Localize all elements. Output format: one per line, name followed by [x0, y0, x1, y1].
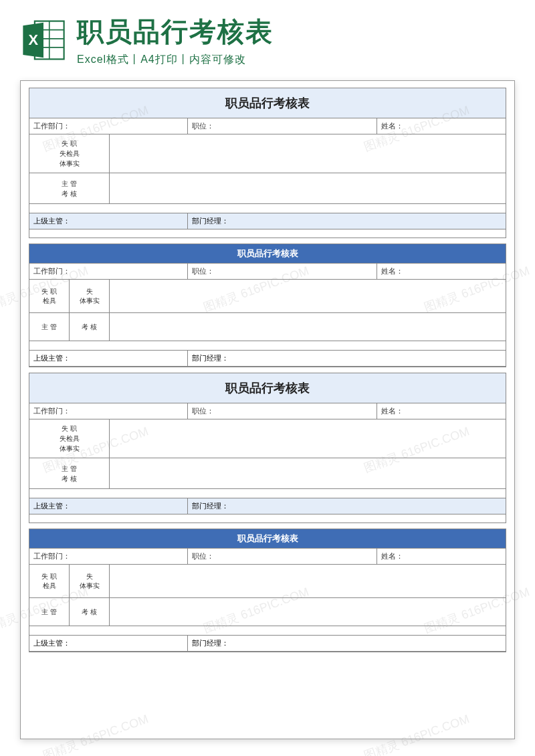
end [29, 651, 506, 652]
svg-text:X: X [28, 31, 38, 48]
info-row: 工作部门： 职位： 姓名： [29, 118, 506, 134]
txt: 体事实 [80, 296, 100, 306]
dept-mgr-label: 部门经理： [188, 213, 506, 229]
fault-label: 失 职 失检具 体事实 [29, 419, 110, 458]
mgr-sub-a: 主 管 [29, 598, 70, 626]
position-label: 职位： [188, 118, 377, 134]
form-block-3: 职员品行考核表 工作部门： 职位： 姓名： 失 职 失检具 体事实 主 管 考 … [29, 373, 506, 523]
end [29, 366, 506, 367]
form-title-dark: 职员品行考核表 [29, 244, 506, 263]
mgr-label: 主 管 考 核 [29, 458, 110, 488]
fault-content [110, 565, 506, 597]
form-block-2: 职员品行考核表 工作部门： 职位： 姓名： 失 职 检具 失 体事实 主 管 [29, 244, 506, 367]
fault-row: 失 职 检具 失 体事实 [29, 279, 506, 312]
dept-mgr-label: 部门经理： [188, 351, 506, 366]
info-row: 工作部门： 职位： 姓名： [29, 548, 506, 564]
excel-icon: X [20, 17, 67, 64]
fault-text-1: 失 职 [62, 138, 77, 149]
fault-row: 失 职 检具 失 体事实 [29, 564, 506, 597]
info-row: 工作部门： 职位： 姓名： [29, 403, 506, 419]
dept-label: 工作部门： [29, 264, 188, 279]
name-label: 姓名： [377, 118, 506, 134]
spacer [29, 203, 506, 213]
fault-content [110, 134, 506, 173]
supervisor-label: 上级主管： [29, 636, 188, 651]
supervisor-label: 上级主管： [29, 351, 188, 366]
position-label: 职位： [188, 264, 377, 279]
header-text: 职员品行考核表 Excel格式丨A4打印丨内容可修改 [77, 13, 522, 67]
dept-label: 工作部门： [29, 118, 188, 134]
mgr-label-split: 主 管 考 核 [29, 313, 110, 341]
page-header: X 职员品行考核表 Excel格式丨A4打印丨内容可修改 [0, 0, 535, 74]
fault-sub-a: 失 职 检具 [29, 280, 70, 312]
mgr-text-2: 考 核 [62, 189, 77, 199]
mgr-content [110, 598, 506, 626]
mgr-content [110, 173, 506, 203]
spacer [29, 626, 506, 635]
name-label: 姓名： [377, 403, 506, 419]
signature-row: 上级主管： 部门经理： [29, 498, 506, 514]
fault-text-1: 失 职 [62, 423, 77, 434]
fault-sub-a: 失 职 检具 [29, 565, 70, 597]
mgr-row: 主 管 考 核 [29, 312, 506, 341]
fault-text-3: 体事实 [60, 444, 80, 454]
mgr-text-2: 考 核 [62, 474, 77, 484]
name-label: 姓名： [377, 264, 506, 279]
name-label: 姓名： [377, 549, 506, 564]
txt: 失 [86, 572, 93, 581]
form-block-4: 职员品行考核表 工作部门： 职位： 姓名： 失 职 检具 失 体事实 主 管 [29, 529, 506, 652]
fault-text-3: 体事实 [60, 159, 80, 169]
fault-label-split: 失 职 检具 失 体事实 [29, 280, 110, 312]
mgr-row: 主 管 考 核 [29, 458, 506, 488]
sheet-preview: 职员品行考核表 工作部门： 职位： 姓名： 失 职 失检具 体事实 主 管 考 … [20, 80, 515, 739]
position-label: 职位： [188, 549, 377, 564]
mgr-text-1: 主 管 [62, 464, 77, 474]
fault-text-2: 失检具 [60, 434, 80, 444]
mgr-sub-b: 考 核 [70, 313, 109, 341]
mgr-label-split: 主 管 考 核 [29, 598, 110, 626]
fault-sub-b: 失 体事实 [70, 565, 109, 597]
fault-text-2: 失检具 [60, 149, 80, 159]
header-title: 职员品行考核表 [77, 13, 522, 50]
fault-label: 失 职 失检具 体事实 [29, 134, 110, 173]
supervisor-label: 上级主管： [29, 213, 188, 229]
dept-label: 工作部门： [29, 549, 188, 564]
fault-sub-b: 失 体事实 [70, 280, 109, 312]
txt: 失 职 [41, 287, 57, 296]
fault-label-split: 失 职 检具 失 体事实 [29, 565, 110, 597]
mgr-text-1: 主 管 [62, 179, 77, 189]
mgr-row: 主 管 考 核 [29, 597, 506, 626]
mgr-sub-a: 主 管 [29, 313, 70, 341]
mgr-row: 主 管 考 核 [29, 173, 506, 203]
spacer [29, 514, 506, 523]
position-label: 职位： [188, 403, 377, 419]
spacer [29, 488, 506, 498]
mgr-label: 主 管 考 核 [29, 173, 110, 203]
dept-mgr-label: 部门经理： [188, 498, 506, 514]
dept-mgr-label: 部门经理： [188, 636, 506, 651]
spacer [29, 229, 506, 238]
fault-content [110, 419, 506, 458]
txt: 失 职 [41, 572, 57, 581]
mgr-sub-b: 考 核 [70, 598, 109, 626]
fault-row: 失 职 失检具 体事实 [29, 419, 506, 458]
mgr-content [110, 313, 506, 341]
signature-row: 上级主管： 部门经理： [29, 213, 506, 229]
signature-row: 上级主管： 部门经理： [29, 350, 506, 366]
header-subtitle: Excel格式丨A4打印丨内容可修改 [77, 53, 522, 67]
form-title: 职员品行考核表 [29, 88, 506, 118]
fault-content [110, 280, 506, 312]
form-title: 职员品行考核表 [29, 373, 506, 403]
spacer [29, 341, 506, 350]
info-row: 工作部门： 职位： 姓名： [29, 263, 506, 279]
txt: 失 [86, 287, 93, 296]
form-block-1: 职员品行考核表 工作部门： 职位： 姓名： 失 职 失检具 体事实 主 管 考 … [29, 88, 506, 238]
fault-row: 失 职 失检具 体事实 [29, 134, 506, 173]
txt: 检具 [43, 296, 56, 306]
txt: 检具 [43, 581, 56, 591]
mgr-content [110, 458, 506, 488]
form-title-dark: 职员品行考核表 [29, 529, 506, 548]
signature-row: 上级主管： 部门经理： [29, 635, 506, 651]
supervisor-label: 上级主管： [29, 498, 188, 514]
dept-label: 工作部门： [29, 403, 188, 419]
